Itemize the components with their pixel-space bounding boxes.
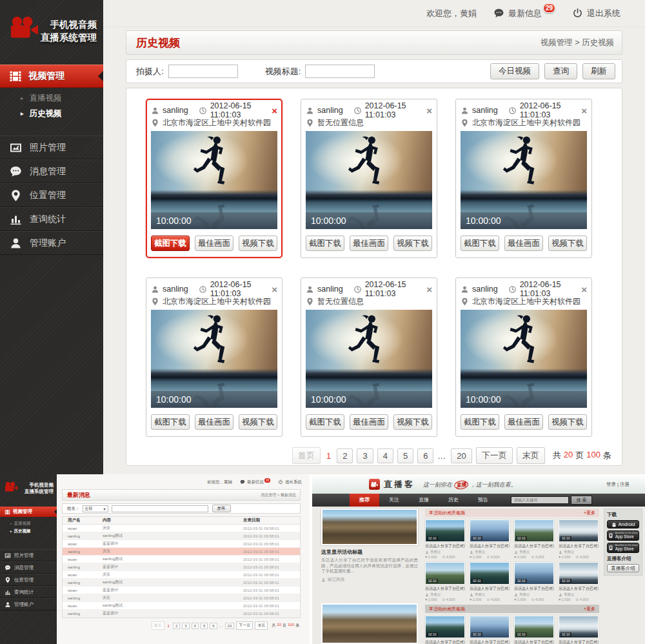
- query-button[interactable]: 查询: [544, 63, 577, 79]
- table-row[interactable]: woan沃安2012-03-31 09:58:01: [63, 571, 300, 579]
- table-row[interactable]: sanling沃安2012-03-31 09:58:01: [63, 594, 300, 602]
- appstore-download-button[interactable]: Available on the phoneApp Store: [607, 530, 639, 541]
- video-download-button[interactable]: 视频下载: [239, 236, 277, 251]
- best-frame-button[interactable]: 最佳画面: [350, 414, 388, 430]
- intro-button[interactable]: 直播客介绍: [607, 564, 639, 572]
- sidebar-item-message-management[interactable]: 消息管理: [0, 159, 103, 183]
- login-register-links[interactable]: 登录 | 注册: [606, 481, 630, 488]
- more-link[interactable]: +更多: [584, 606, 595, 612]
- site-video-card[interactable]: 02:10乐活达人分享了自己对产品: [559, 616, 599, 644]
- site-video-card[interactable]: 02:10乐活达人分享了自己对产品美图云♥ 2,000⊙ 4,000: [470, 519, 510, 559]
- snapshot-download-button[interactable]: 截图下载: [306, 236, 344, 251]
- appstore-download-button[interactable]: Available on the phoneApp Store: [607, 543, 639, 553]
- nav-tab-live[interactable]: 直播: [409, 494, 439, 507]
- close-icon[interactable]: ×: [581, 106, 587, 116]
- pagination-page-20[interactable]: 20: [451, 448, 471, 463]
- best-frame-button[interactable]: 最佳画面: [195, 414, 233, 430]
- pagination-page[interactable]: 2: [337, 448, 353, 463]
- site-video-card[interactable]: 02:10乐活达人分享了自己对产品美图云♥ 2,000⊙ 4,000: [470, 562, 510, 601]
- site-video-card[interactable]: 02:10乐活达人分享了自己对产品美图云♥ 2,000⊙ 4,000: [425, 519, 465, 559]
- video-download-button[interactable]: 视频下载: [393, 414, 432, 430]
- table-row[interactable]: woan蓝蓝设计2012-03-31 09:58:01: [63, 540, 300, 548]
- video-title-input[interactable]: [305, 65, 375, 78]
- best-frame-button[interactable]: 最佳画面: [504, 236, 543, 251]
- refresh-button[interactable]: 刷新: [582, 63, 615, 79]
- table-row[interactable]: sanling蓝蓝设计2012-03-31 09:58:01: [63, 610, 300, 618]
- mini-sidebar-item-location[interactable]: 位置管理: [0, 574, 57, 586]
- pagination-page[interactable]: 2: [173, 623, 180, 629]
- nav-tab-following[interactable]: 关注: [379, 494, 409, 507]
- activity-title[interactable]: 这里显示活动标题: [321, 548, 418, 556]
- sidebar-item-photo-management[interactable]: 照片管理: [0, 136, 103, 159]
- mini-subitem-history-video[interactable]: ▸历史视频: [0, 527, 57, 535]
- close-icon[interactable]: ×: [581, 285, 587, 294]
- video-download-button[interactable]: 视频下载: [548, 236, 587, 251]
- snapshot-download-button[interactable]: 截图下载: [306, 414, 344, 430]
- mini-sidebar-item-message[interactable]: 消息管理: [0, 561, 57, 574]
- pagination-first[interactable]: 首页: [292, 447, 321, 464]
- site-search-input[interactable]: [511, 496, 569, 504]
- mini-sidebar-item-account[interactable]: 管理账户: [0, 598, 57, 610]
- nav-tab-history[interactable]: 历史: [439, 494, 468, 507]
- message-input[interactable]: [112, 505, 208, 512]
- video-download-button[interactable]: 视频下载: [239, 414, 277, 430]
- publish-button[interactable]: 发布: [212, 505, 231, 512]
- table-row-highlighted[interactable]: sanling沃安2012-03-31 09:58:01: [63, 548, 300, 556]
- pagination-page[interactable]: 4: [377, 448, 393, 463]
- mini-subitem-live-video[interactable]: ▸直播视频: [0, 519, 57, 527]
- pagination-page[interactable]: 5: [397, 448, 413, 463]
- pagination-page-20[interactable]: 20: [225, 623, 235, 629]
- name-select[interactable]: 全部 ▾: [83, 505, 108, 512]
- video-thumbnail[interactable]: 10:00:00: [306, 131, 432, 229]
- video-download-button[interactable]: 视频下载: [548, 414, 587, 430]
- sidebar-item-location-management[interactable]: 位置管理: [0, 183, 103, 207]
- table-row[interactable]: woan蓝蓝设计2012-03-31 09:58:01: [63, 587, 300, 594]
- site-video-card[interactable]: 02:10乐活达人分享了自己对产品: [514, 616, 554, 644]
- today-videos-button[interactable]: 今日视频: [490, 63, 539, 79]
- logout-link[interactable]: 退出系统: [572, 8, 620, 19]
- nav-tab-preview[interactable]: 预告: [468, 494, 498, 507]
- table-row[interactable]: woan沃安2012-03-31 09:58:01: [63, 525, 300, 532]
- site-video-card[interactable]: 02:10乐活达人分享了自己对产品美图云♥ 2,000⊙ 4,000: [514, 519, 554, 559]
- pagination-first[interactable]: 首页: [152, 621, 164, 630]
- mini-sidebar-item-stats[interactable]: 查询统计: [0, 586, 57, 598]
- table-row[interactable]: sanling蓝蓝设计2012-03-31 09:58:01: [63, 563, 300, 571]
- video-thumbnail[interactable]: 10:00:00: [461, 131, 587, 229]
- activity-photo-secondary[interactable]: [321, 603, 418, 644]
- video-thumbnail[interactable]: 10:00:00: [151, 310, 277, 408]
- video-thumbnail[interactable]: 10:00:00: [151, 131, 277, 229]
- android-download-button[interactable]: Android: [607, 520, 639, 528]
- mini-sidebar-item-video-management[interactable]: 视频管理: [0, 507, 57, 517]
- latest-messages-link[interactable]: 最新信息 29: [493, 8, 555, 19]
- pagination-last[interactable]: 末页: [255, 621, 268, 630]
- site-video-card[interactable]: 02:10乐活达人分享了自己对产品: [470, 616, 510, 644]
- pagination-page[interactable]: 6: [210, 623, 217, 629]
- best-frame-button[interactable]: 最佳画面: [504, 414, 543, 430]
- close-icon[interactable]: ×: [272, 285, 277, 294]
- table-row[interactable]: sanlingsanling测试2012-03-31 09:58:01: [63, 532, 300, 540]
- sidebar-item-account-management[interactable]: 管理账户: [0, 231, 103, 255]
- latest-messages-link[interactable]: 最新信息 29: [240, 479, 270, 485]
- table-row[interactable]: woansanling测试2012-03-31 09:58:01: [63, 556, 300, 563]
- sidebar-subitem-live-video[interactable]: ▸直播视频: [0, 90, 103, 106]
- pagination-page[interactable]: 4: [192, 623, 199, 629]
- site-video-card[interactable]: 02:10乐活达人分享了自己对产品美图云♥ 2,000⊙ 4,000: [514, 562, 554, 601]
- table-row[interactable]: sanlingsanling测试2012-03-31 09:58:01: [63, 579, 300, 587]
- video-thumbnail[interactable]: 10:00:00: [306, 310, 432, 408]
- pagination-page[interactable]: 3: [357, 448, 373, 463]
- site-video-card[interactable]: 02:10乐活达人分享了自己对产品美图云♥ 2,000⊙ 4,000: [425, 562, 465, 601]
- pagination-page[interactable]: 3: [182, 623, 189, 629]
- shooter-input[interactable]: [168, 65, 238, 78]
- best-frame-button[interactable]: 最佳画面: [195, 236, 233, 251]
- mini-sidebar-item-photo[interactable]: 照片管理: [0, 549, 57, 561]
- snapshot-download-button[interactable]: 截图下载: [461, 236, 499, 251]
- site-video-card[interactable]: 02:10乐活达人分享了自己对产品美图云♥ 2,000⊙ 4,000: [559, 562, 599, 601]
- snapshot-download-button[interactable]: 截图下载: [151, 236, 190, 251]
- sidebar-item-video-management[interactable]: 视频管理: [0, 65, 103, 88]
- logout-link[interactable]: 退出系统: [278, 479, 302, 485]
- close-icon[interactable]: ×: [272, 106, 277, 116]
- pagination-page[interactable]: 5: [201, 623, 208, 629]
- pagination-next[interactable]: 下一页: [236, 621, 253, 630]
- snapshot-download-button[interactable]: 截图下载: [461, 414, 499, 430]
- site-video-card[interactable]: 02:10乐活达人分享了自己对产品: [425, 616, 465, 644]
